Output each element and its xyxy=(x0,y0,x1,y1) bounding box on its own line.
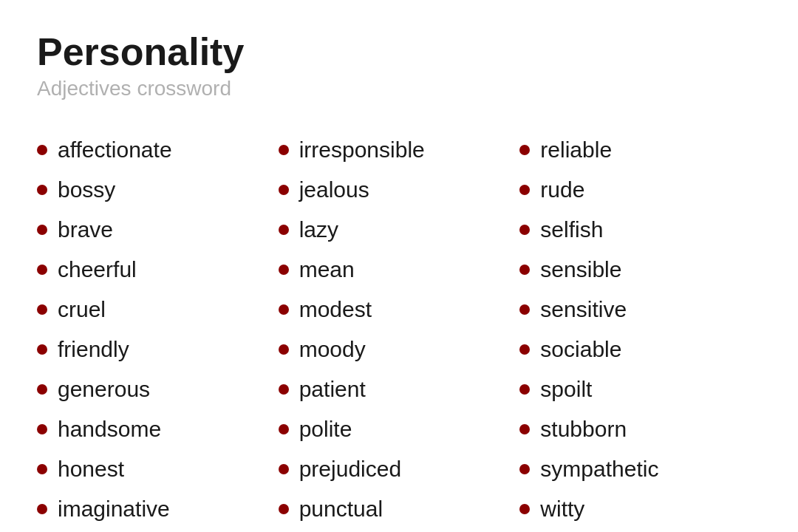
word-label: rude xyxy=(540,177,584,202)
page-subtitle: Adjectives crossword xyxy=(37,77,761,100)
list-item: patient xyxy=(279,369,520,409)
bullet-icon xyxy=(519,464,530,474)
word-label: honest xyxy=(58,457,124,482)
list-item: punctual xyxy=(279,489,520,529)
bullet-icon xyxy=(279,504,289,514)
word-label: mean xyxy=(299,257,355,282)
list-item: brave xyxy=(37,210,279,250)
page-title: Personality xyxy=(37,30,761,74)
bullet-icon xyxy=(279,185,289,195)
word-label: patient xyxy=(299,377,366,402)
bullet-icon xyxy=(37,344,47,355)
word-label: imaginative xyxy=(58,497,170,522)
word-label: sensible xyxy=(540,257,621,282)
word-label: stubborn xyxy=(540,417,627,442)
list-item: moody xyxy=(279,330,520,369)
word-label: sociable xyxy=(540,337,621,362)
word-label: modest xyxy=(299,297,372,322)
bullet-icon xyxy=(37,384,47,395)
bullet-icon xyxy=(279,344,289,355)
bullet-icon xyxy=(37,464,47,474)
list-item: polite xyxy=(279,409,520,449)
word-label: lazy xyxy=(299,217,338,242)
word-label: handsome xyxy=(58,417,161,442)
list-item: lazy xyxy=(279,210,520,250)
bullet-icon xyxy=(519,145,530,155)
bullet-icon xyxy=(279,424,289,434)
bullet-icon xyxy=(519,304,530,315)
bullet-icon xyxy=(37,304,47,315)
word-label: irresponsible xyxy=(299,137,425,163)
list-item: affectionate xyxy=(37,130,279,170)
list-item: stubborn xyxy=(519,409,761,449)
word-label: prejudiced xyxy=(299,457,401,482)
bullet-icon xyxy=(279,384,289,395)
word-list-container: affectionatebossybravecheerfulcruelfrien… xyxy=(37,130,761,529)
bullet-icon xyxy=(519,225,530,235)
list-item: generous xyxy=(37,369,279,409)
list-item: selfish xyxy=(519,210,761,250)
bullet-icon xyxy=(279,225,289,235)
bullet-icon xyxy=(37,265,47,275)
list-item: witty xyxy=(519,489,761,529)
word-label: cheerful xyxy=(58,257,137,282)
word-label: cruel xyxy=(58,297,106,322)
bullet-icon xyxy=(519,265,530,275)
bullet-icon xyxy=(37,185,47,195)
list-item: rude xyxy=(519,170,761,210)
word-label: brave xyxy=(58,217,113,242)
bullet-icon xyxy=(37,504,47,514)
word-label: spoilt xyxy=(540,377,592,402)
bullet-icon xyxy=(519,384,530,395)
list-item: spoilt xyxy=(519,369,761,409)
bullet-icon xyxy=(279,304,289,315)
bullet-icon xyxy=(519,185,530,195)
list-item: friendly xyxy=(37,330,279,369)
bullet-icon xyxy=(519,344,530,355)
word-label: sympathetic xyxy=(540,457,658,482)
list-item: jealous xyxy=(279,170,520,210)
list-item: honest xyxy=(37,449,279,489)
list-item: sensible xyxy=(519,250,761,290)
bullet-icon xyxy=(279,145,289,155)
list-item: sympathetic xyxy=(519,449,761,489)
list-item: prejudiced xyxy=(279,449,520,489)
word-label: sensitive xyxy=(540,297,627,322)
word-column-2: irresponsiblejealouslazymeanmodestmoodyp… xyxy=(279,130,520,529)
word-label: generous xyxy=(58,377,150,402)
bullet-icon xyxy=(37,424,47,434)
list-item: imaginative xyxy=(37,489,279,529)
bullet-icon xyxy=(519,424,530,434)
list-item: cheerful xyxy=(37,250,279,290)
list-item: mean xyxy=(279,250,520,290)
word-label: jealous xyxy=(299,177,369,202)
list-item: handsome xyxy=(37,409,279,449)
list-item: reliable xyxy=(519,130,761,170)
word-label: friendly xyxy=(58,337,129,362)
word-label: polite xyxy=(299,417,352,442)
list-item: sensitive xyxy=(519,290,761,330)
word-label: affectionate xyxy=(58,137,172,163)
bullet-icon xyxy=(519,504,530,514)
word-label: reliable xyxy=(540,137,612,163)
word-label: bossy xyxy=(58,177,115,202)
list-item: modest xyxy=(279,290,520,330)
word-label: selfish xyxy=(540,217,603,242)
word-column-1: affectionatebossybravecheerfulcruelfrien… xyxy=(37,130,279,529)
bullet-icon xyxy=(37,225,47,235)
list-item: sociable xyxy=(519,330,761,369)
bullet-icon xyxy=(37,145,47,155)
bullet-icon xyxy=(279,265,289,275)
word-label: punctual xyxy=(299,497,383,522)
list-item: bossy xyxy=(37,170,279,210)
word-label: witty xyxy=(540,497,584,522)
word-label: moody xyxy=(299,337,366,362)
list-item: cruel xyxy=(37,290,279,330)
list-item: irresponsible xyxy=(279,130,520,170)
word-column-3: reliablerudeselfishsensiblesensitivesoci… xyxy=(519,130,761,529)
bullet-icon xyxy=(279,464,289,474)
